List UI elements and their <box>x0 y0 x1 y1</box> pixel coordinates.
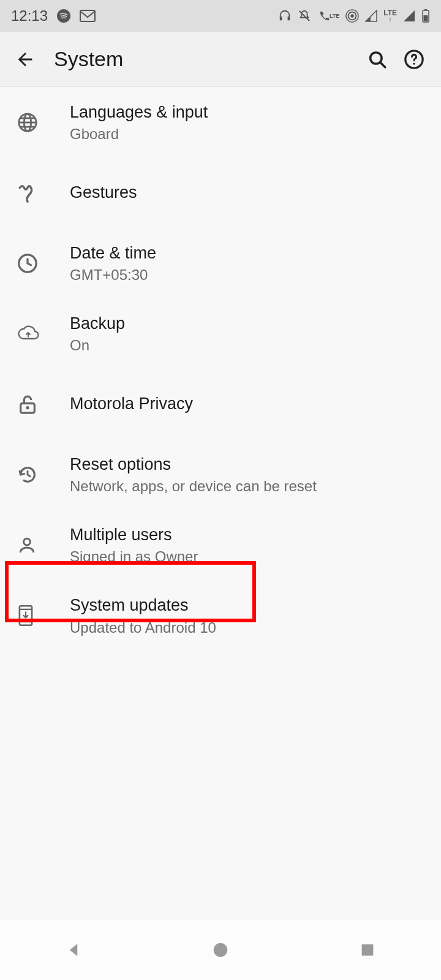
item-motorola-privacy[interactable]: Motorola Privacy <box>0 369 441 439</box>
gmail-icon <box>80 10 96 22</box>
system-update-icon <box>17 605 54 627</box>
nav-recent-button[interactable] <box>331 932 404 968</box>
item-text: Multiple users Signed in as Owner <box>70 524 198 565</box>
item-title: Reset options <box>70 454 317 475</box>
hotspot-icon <box>345 9 359 23</box>
spotify-icon <box>56 9 71 23</box>
person-icon <box>17 535 54 555</box>
status-bar: 12:13 LTE LTE ↕ <box>0 0 441 32</box>
item-subtitle: Signed in as Owner <box>70 548 198 565</box>
page-title: System <box>54 47 355 71</box>
svg-point-27 <box>214 943 228 957</box>
svg-rect-9 <box>424 9 427 10</box>
nav-home-button[interactable] <box>184 932 257 968</box>
svg-point-22 <box>26 406 29 409</box>
svg-line-12 <box>380 62 385 67</box>
clock-icon <box>17 253 54 274</box>
svg-rect-1 <box>80 10 95 21</box>
item-subtitle: Updated to Android 10 <box>70 619 216 636</box>
restore-icon <box>17 464 54 485</box>
item-multiple-users[interactable]: Multiple users Signed in as Owner <box>0 510 441 580</box>
item-text: Motorola Privacy <box>70 393 193 415</box>
item-text: Reset options Network, apps, or device c… <box>70 454 317 495</box>
globe-icon <box>17 112 54 133</box>
item-text: Backup On <box>70 313 125 354</box>
item-subtitle: GMT+05:30 <box>70 266 156 284</box>
status-right: LTE LTE ↕ <box>278 9 430 23</box>
svg-point-5 <box>350 14 354 18</box>
item-text: Languages & input Gboard <box>70 102 208 143</box>
dnd-icon <box>298 9 311 23</box>
svg-rect-10 <box>424 15 428 21</box>
item-gestures[interactable]: Gestures <box>0 157 441 228</box>
item-subtitle: Network, apps, or device can be reset <box>70 478 317 495</box>
item-text: System updates Updated to Android 10 <box>70 595 216 636</box>
privacy-lock-icon <box>17 394 54 415</box>
item-backup[interactable]: Backup On <box>0 298 441 369</box>
item-reset-options[interactable]: Reset options Network, apps, or device c… <box>0 439 441 510</box>
nav-back-button[interactable] <box>37 932 110 968</box>
item-subtitle: Gboard <box>70 126 208 143</box>
item-title: Gestures <box>70 182 137 203</box>
headphones-icon <box>278 9 292 23</box>
wifi-calling-icon: LTE <box>317 9 339 23</box>
svg-rect-2 <box>280 17 282 20</box>
item-subtitle: On <box>70 337 125 354</box>
svg-rect-3 <box>287 17 290 20</box>
item-text: Date & time GMT+05:30 <box>70 243 156 284</box>
search-icon <box>367 49 388 70</box>
battery-icon <box>421 9 430 23</box>
item-title: Motorola Privacy <box>70 393 193 415</box>
gesture-icon <box>17 183 54 203</box>
item-languages-input[interactable]: Languages & input Gboard <box>0 87 441 157</box>
status-left: 12:13 <box>11 7 96 24</box>
help-icon <box>404 49 424 70</box>
status-time: 12:13 <box>11 7 48 24</box>
app-bar: System <box>0 32 441 87</box>
nav-back-icon <box>64 941 83 959</box>
item-system-updates[interactable]: System updates Updated to Android 10 <box>0 580 441 650</box>
item-title: Date & time <box>70 243 156 264</box>
item-text: Gestures <box>70 182 137 203</box>
svg-point-14 <box>413 62 415 64</box>
signal-1-icon <box>365 10 377 22</box>
settings-list[interactable]: Languages & input Gboard Gestures Date &… <box>0 87 441 919</box>
svg-rect-28 <box>362 944 374 956</box>
item-title: Languages & input <box>70 102 208 123</box>
item-date-time[interactable]: Date & time GMT+05:30 <box>0 228 441 298</box>
item-title: Backup <box>70 313 125 334</box>
nav-home-icon <box>211 941 230 959</box>
help-button[interactable] <box>399 45 429 74</box>
nav-recent-icon <box>359 941 376 959</box>
signal-2-icon <box>403 10 415 22</box>
lte-label-small: LTE <box>330 13 339 19</box>
cloud-upload-icon <box>17 325 54 342</box>
search-button[interactable] <box>363 45 392 74</box>
back-button[interactable] <box>12 47 38 72</box>
navigation-bar <box>0 919 441 980</box>
arrow-back-icon <box>15 49 36 70</box>
item-title: Multiple users <box>70 524 198 546</box>
svg-point-23 <box>24 538 31 545</box>
item-title: System updates <box>70 595 216 616</box>
lte-label: LTE ↕ <box>383 9 397 23</box>
svg-line-4 <box>300 11 310 21</box>
